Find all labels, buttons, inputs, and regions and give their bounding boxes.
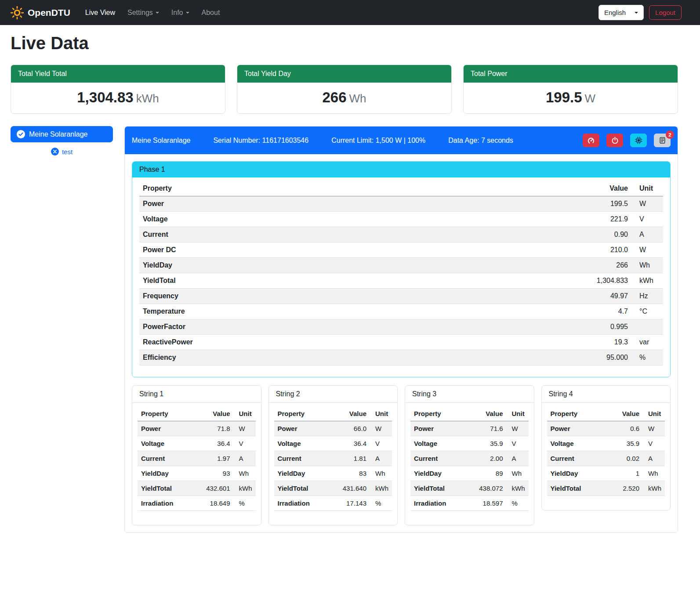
- inverter-select-button[interactable]: Meine Solaranlage: [11, 126, 113, 142]
- property-cell: Power: [138, 421, 191, 436]
- inverter-serial: Serial Number: 116171603546: [213, 137, 308, 145]
- stat-value: 1,304.83: [77, 89, 133, 105]
- unit-cell: V: [370, 436, 392, 451]
- unit-cell: W: [631, 242, 663, 258]
- column-header: Value: [328, 406, 370, 421]
- chevron-down-icon: [635, 12, 638, 14]
- table-row: YieldDay266Wh: [139, 258, 663, 273]
- property-cell: Irradiation: [138, 496, 191, 511]
- column-header: Property: [547, 406, 606, 421]
- unit-cell: kWh: [370, 481, 392, 496]
- value-cell: 2.00: [464, 451, 506, 466]
- property-cell: Power: [274, 421, 328, 436]
- totals-row: Total Yield Total 1,304.83kWh Total Yiel…: [11, 65, 678, 114]
- table-row: Voltage35.9V: [410, 436, 529, 451]
- stat-value: 199.5: [546, 89, 582, 105]
- column-header: Value: [191, 406, 233, 421]
- nav-item-label: Settings: [127, 9, 153, 17]
- unit-cell: A: [234, 451, 256, 466]
- column-header: Value: [606, 406, 643, 421]
- property-cell: Frequency: [139, 289, 434, 304]
- value-cell: 36.4: [191, 436, 233, 451]
- value-cell: 1.81: [328, 451, 370, 466]
- value-cell: 36.4: [328, 436, 370, 451]
- logout-button[interactable]: Logout: [649, 5, 682, 20]
- string-table: PropertyValueUnit Power0.6WVoltage35.9VC…: [547, 406, 665, 496]
- device-info-button[interactable]: [630, 134, 647, 147]
- unit-cell: A: [631, 227, 663, 242]
- phase-card: Phase 1 PropertyValueUnit Power199.5WVol…: [132, 161, 671, 377]
- journal-icon: [659, 137, 666, 144]
- inverter-item-test[interactable]: test: [11, 148, 113, 156]
- property-cell: Voltage: [139, 212, 434, 227]
- property-cell: YieldTotal: [274, 481, 328, 496]
- chevron-down-icon: [186, 12, 189, 14]
- property-cell: Voltage: [410, 436, 464, 451]
- cpu-icon: [635, 137, 642, 144]
- property-cell: Irradiation: [274, 496, 328, 511]
- inverter-panel: Meine Solaranlage Serial Number: 1161716…: [124, 126, 678, 533]
- nav-item-label: Live View: [85, 9, 115, 17]
- table-row: YieldTotal1,304.833kWh: [139, 273, 663, 289]
- string-table: PropertyValueUnit Power71.8WVoltage36.4V…: [138, 406, 256, 511]
- unit-cell: V: [643, 436, 665, 451]
- check-circle-icon: [17, 130, 25, 138]
- unit-cell: Wh: [234, 466, 256, 481]
- inverter-panel-header: Meine Solaranlage Serial Number: 1161716…: [125, 127, 678, 154]
- stat-card-title: Total Yield Total: [11, 65, 225, 83]
- table-row: Irradiation18.597%: [410, 496, 529, 511]
- column-header: Property: [274, 406, 328, 421]
- language-select[interactable]: English: [598, 5, 644, 20]
- event-log-button[interactable]: 2: [654, 134, 671, 147]
- inverter-data-age: Data Age: 7 seconds: [448, 137, 513, 145]
- value-cell: 83: [328, 466, 370, 481]
- value-cell: 266: [434, 258, 631, 273]
- unit-cell: W: [631, 196, 663, 212]
- value-cell: 1: [606, 466, 643, 481]
- table-row: Voltage35.9V: [547, 436, 665, 451]
- value-cell: 4.7: [434, 304, 631, 319]
- table-row: PowerFactor0.995: [139, 319, 663, 335]
- value-cell: 19.3: [434, 335, 631, 350]
- unit-cell: %: [507, 496, 529, 511]
- column-header: Property: [410, 406, 464, 421]
- phase-table: PropertyValueUnit Power199.5WVoltage221.…: [139, 181, 663, 365]
- value-cell: 0.6: [606, 421, 643, 436]
- property-cell: Current: [547, 451, 606, 466]
- table-row: Voltage221.9V: [139, 212, 663, 227]
- table-row: Frequency49.97Hz: [139, 289, 663, 304]
- property-cell: YieldTotal: [410, 481, 464, 496]
- property-cell: Voltage: [274, 436, 328, 451]
- nav-item-about[interactable]: About: [196, 5, 226, 20]
- power-settings-button[interactable]: [606, 134, 623, 147]
- string-title: String 4: [542, 386, 671, 403]
- table-row: Power DC210.0W: [139, 242, 663, 258]
- table-row: YieldDay83Wh: [274, 466, 392, 481]
- limit-settings-button[interactable]: [583, 134, 599, 147]
- table-row: Temperature4.7°C: [139, 304, 663, 319]
- table-row: YieldDay93Wh: [138, 466, 256, 481]
- unit-cell: %: [631, 350, 663, 365]
- property-cell: Current: [139, 227, 434, 242]
- inverter-item-label: test: [62, 148, 73, 156]
- event-count-badge: 2: [666, 130, 674, 139]
- main-content: Live Data Total Yield Total 1,304.83kWh …: [0, 33, 700, 546]
- nav-item-settings[interactable]: Settings: [121, 5, 165, 20]
- property-cell: PowerFactor: [139, 319, 434, 335]
- string-table: PropertyValueUnit Power71.6WVoltage35.9V…: [410, 406, 529, 511]
- table-row: YieldDay89Wh: [410, 466, 529, 481]
- unit-cell: W: [370, 421, 392, 436]
- value-cell: 66.0: [328, 421, 370, 436]
- brand[interactable]: OpenDTU: [11, 6, 70, 19]
- table-row: YieldTotal431.640kWh: [274, 481, 392, 496]
- nav-item-live-view[interactable]: Live View: [79, 5, 121, 20]
- value-cell: 89: [464, 466, 506, 481]
- value-cell: 49.97: [434, 289, 631, 304]
- table-row: Current0.90A: [139, 227, 663, 242]
- stat-card-body: 1,304.83kWh: [11, 83, 225, 113]
- property-cell: YieldDay: [547, 466, 606, 481]
- property-cell: YieldTotal: [547, 481, 606, 496]
- value-cell: 0.90: [434, 227, 631, 242]
- property-cell: Voltage: [547, 436, 606, 451]
- nav-item-info[interactable]: Info: [165, 5, 196, 20]
